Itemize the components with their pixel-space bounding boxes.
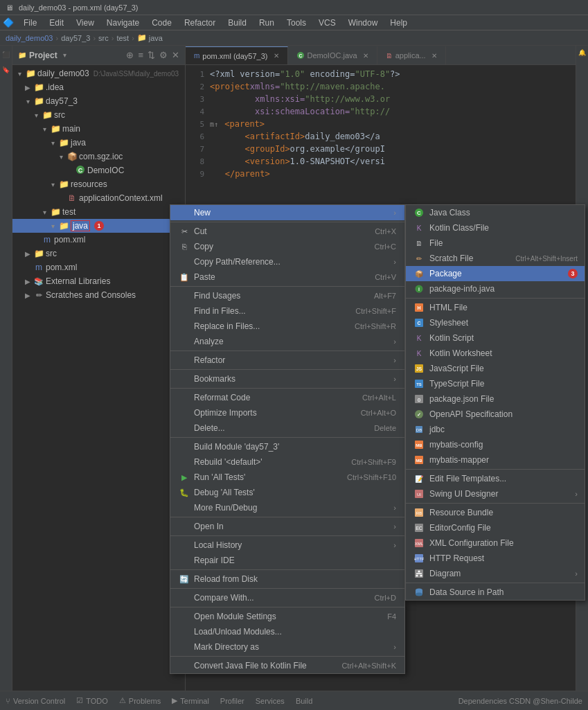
cm-item-analyze[interactable]: Analyze ›	[170, 334, 404, 349]
cm-item-cut[interactable]: ✂ Cut Ctrl+X	[170, 224, 404, 239]
tree-item-idea[interactable]: ▶ 📁 .idea	[12, 80, 185, 94]
breadcrumb-item-src[interactable]: src	[98, 34, 109, 42]
sm-item-mybatisconfig[interactable]: MB mybatis-config	[406, 437, 585, 452]
tree-item-java-test[interactable]: ▾ 📁 java 1	[12, 219, 185, 233]
sm-item-jdbc[interactable]: DB jdbc	[406, 422, 585, 437]
cm-item-convertkotlin[interactable]: Convert Java File to Kotlin File Ctrl+Al…	[170, 658, 404, 673]
menu-build[interactable]: Build	[222, 17, 252, 29]
sm-item-datasourceinpath[interactable]: Data Source in Path	[406, 585, 585, 600]
panel-icon-settings[interactable]: ⚙	[159, 50, 168, 60]
cm-item-runalltests[interactable]: ▶ Run 'All Tests' Ctrl+Shift+F10	[170, 470, 404, 485]
cm-item-copypath[interactable]: Copy Path/Reference... ›	[170, 254, 404, 269]
cm-item-repairide[interactable]: Repair IDE	[170, 553, 404, 568]
sm-item-jsfile[interactable]: JS JavaScript File	[406, 361, 585, 376]
cm-item-markdirectory[interactable]: Mark Directory as ›	[170, 639, 404, 655]
cm-item-paste[interactable]: 📋 Paste Ctrl+V	[170, 269, 404, 285]
rs-notifications-icon[interactable]: 🔔	[579, 48, 586, 56]
tab-pom-close[interactable]: ✕	[274, 52, 279, 60]
status-services[interactable]: Services	[256, 697, 285, 705]
sm-item-kotlinclass[interactable]: K Kotlin Class/File	[406, 220, 585, 236]
cm-item-delete[interactable]: Delete... Delete	[170, 420, 404, 436]
tab-pom[interactable]: m pom.xml (day57_3) ✕	[186, 46, 288, 64]
cm-item-reformat[interactable]: Reformat Code Ctrl+Alt+L	[170, 390, 404, 405]
tree-item-pom-root[interactable]: ▶ m pom.xml	[12, 260, 185, 274]
tree-item-scratches[interactable]: ▶ ✏ Scratches and Consoles	[12, 288, 185, 302]
cm-item-replaceinfiles[interactable]: Replace in Files... Ctrl+Shift+R	[170, 319, 404, 334]
sm-item-diagram[interactable]: Diagram ›	[406, 566, 585, 581]
sm-item-kotlinworksheet[interactable]: K Kotlin Worksheet	[406, 346, 585, 361]
sm-item-editorconfig[interactable]: EC EditorConfig File	[406, 520, 585, 535]
sm-item-tsfile[interactable]: TS TypeScript File	[406, 376, 585, 391]
breadcrumb-item-java[interactable]: 📁 java	[137, 33, 163, 42]
sidebar-structure-icon[interactable]: ⬛	[1, 48, 12, 60]
sm-item-kotlinscript[interactable]: K Kotlin Script	[406, 330, 585, 346]
status-versioncontrol[interactable]: ⑂ Version Control	[6, 697, 65, 705]
tree-item-src-root[interactable]: ▶ 📁 src	[12, 247, 185, 260]
cm-item-refactor[interactable]: Refactor ›	[170, 353, 404, 368]
cm-item-new[interactable]: New ›	[170, 205, 404, 220]
sm-item-mybatismapper[interactable]: MB mybatis-mapper	[406, 452, 585, 468]
menu-refactor[interactable]: Refactor	[179, 17, 221, 29]
status-terminal[interactable]: ▶ Terminal	[172, 696, 209, 705]
sm-item-packagejson[interactable]: {} package.json File	[406, 391, 585, 407]
menu-run[interactable]: Run	[253, 17, 280, 29]
sm-item-swinguidesigner[interactable]: UI Swing UI Designer ›	[406, 486, 585, 502]
sm-item-package[interactable]: 📦 Package 3	[406, 266, 585, 281]
tab-demoioc-close[interactable]: ✕	[363, 52, 368, 60]
sm-item-file[interactable]: 🗎 File	[406, 236, 585, 251]
breadcrumb-item-test[interactable]: test	[116, 34, 129, 42]
panel-icon-sort[interactable]: ⇅	[148, 50, 155, 60]
menu-window[interactable]: Window	[343, 17, 384, 29]
cm-item-reloadfromdisk[interactable]: 🔄 Reload from Disk	[170, 571, 404, 587]
cm-item-copy[interactable]: ⎘ Copy Ctrl+C	[170, 239, 404, 254]
tree-item-src[interactable]: ▾ 📁 src	[12, 108, 185, 122]
tree-item-demoioc[interactable]: ▶ C DemoIOC	[12, 163, 185, 177]
menu-edit[interactable]: Edit	[44, 17, 69, 29]
tree-item-day57[interactable]: ▾ 📁 day57_3	[12, 94, 185, 108]
panel-icon-list[interactable]: ≡	[138, 50, 143, 60]
breadcrumb-item-project[interactable]: daily_demo03	[6, 34, 53, 42]
sm-item-scratchfile[interactable]: ✏ Scratch File Ctrl+Alt+Shift+Insert	[406, 251, 585, 266]
status-todo[interactable]: ☑ TODO	[76, 696, 108, 705]
cm-item-debugalltests[interactable]: 🐛 Debug 'All Tests'	[170, 485, 404, 500]
tab-demoioc[interactable]: C DemoIOC.java ✕	[288, 46, 377, 64]
cm-item-rebuild[interactable]: Rebuild '<default>' Ctrl+Shift+F9	[170, 454, 404, 470]
tree-item-ext-libs[interactable]: ▶ 📚 External Libraries	[12, 274, 185, 288]
sm-item-xmlconfigfile[interactable]: XML XML Configuration File	[406, 535, 585, 551]
sm-item-stylesheet[interactable]: C Stylesheet	[406, 315, 585, 330]
sm-item-packageinfo[interactable]: i package-info.java	[406, 281, 585, 296]
cm-item-findinfiles[interactable]: Find in Files... Ctrl+Shift+F	[170, 303, 404, 319]
menu-vcs[interactable]: VCS	[313, 17, 341, 29]
sm-item-resourcebundle[interactable]: RB Resource Bundle	[406, 505, 585, 520]
cm-item-optimizeimports[interactable]: Optimize Imports Ctrl+Alt+O	[170, 405, 404, 420]
tree-item-main[interactable]: ▾ 📁 main	[12, 122, 185, 136]
cm-item-buildmodule[interactable]: Build Module 'day57_3'	[170, 439, 404, 454]
cm-item-comparewith[interactable]: Compare With... Ctrl+D	[170, 590, 404, 605]
cm-item-openmodulesettings[interactable]: Open Module Settings F4	[170, 609, 404, 624]
sm-item-htmlfile[interactable]: H HTML File	[406, 300, 585, 315]
tree-item-test[interactable]: ▾ 📁 test	[12, 205, 185, 219]
tab-appcontext[interactable]: 🗎 applica... ✕	[377, 46, 446, 64]
tree-item-java-main[interactable]: ▾ 📁 java	[12, 136, 185, 150]
sidebar-bookmarks-icon[interactable]: 🔖	[1, 64, 12, 75]
sm-item-httprequest[interactable]: HTTP HTTP Request	[406, 551, 585, 566]
panel-icon-globe[interactable]: ⊕	[126, 50, 134, 60]
tree-item-root[interactable]: ▾ 📁 daily_demo03 D:\Java\SSM\daily_demo0…	[12, 66, 185, 80]
menu-code[interactable]: Code	[146, 17, 177, 29]
menu-file[interactable]: File	[18, 17, 42, 29]
menu-help[interactable]: Help	[384, 17, 413, 29]
sm-item-openapi[interactable]: ✓ OpenAPI Specification	[406, 407, 585, 422]
menu-navigate[interactable]: Navigate	[101, 17, 145, 29]
cm-item-localhistory[interactable]: Local History ›	[170, 538, 404, 553]
panel-icon-close[interactable]: ✕	[172, 50, 179, 60]
tree-item-appcontext[interactable]: ▶ 🗎 applicationContext.xml	[12, 191, 185, 205]
tree-item-pom-day57[interactable]: ▶ m pom.xml	[12, 233, 185, 247]
status-build[interactable]: Build	[296, 697, 312, 705]
status-profiler[interactable]: Profiler	[220, 697, 244, 705]
cm-item-loadunload[interactable]: Load/Unload Modules...	[170, 624, 404, 639]
menu-tools[interactable]: Tools	[281, 17, 312, 29]
cm-item-bookmarks[interactable]: Bookmarks ›	[170, 371, 404, 387]
breadcrumb-item-module[interactable]: day57_3	[61, 34, 90, 42]
cm-item-findusages[interactable]: Find Usages Alt+F7	[170, 288, 404, 303]
sm-item-editfiletemplates[interactable]: 📝 Edit File Templates...	[406, 471, 585, 486]
